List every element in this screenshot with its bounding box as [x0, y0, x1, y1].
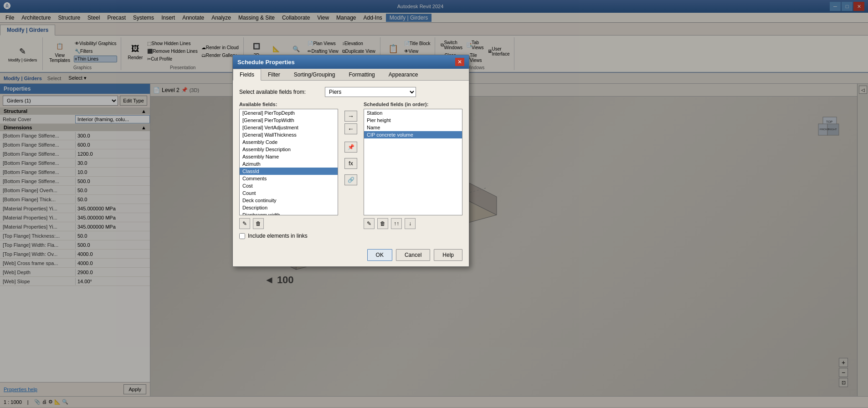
field-item-wall-thick[interactable]: [General] WallThickness — [240, 131, 338, 138]
add-field-btn[interactable]: → — [344, 111, 357, 122]
field-item-classid[interactable]: ClassId — [240, 168, 338, 175]
field-item-assembly-code[interactable]: Assembly Code — [240, 138, 338, 146]
field-item-description[interactable]: Description — [240, 204, 338, 211]
dialog-overlay: Schedule Properties ✕ Fields Filter Sort… — [0, 0, 868, 408]
scheduled-field-station[interactable]: Station — [364, 109, 462, 117]
delete-field-btn[interactable]: 🗑 — [253, 218, 264, 229]
field-item-comments[interactable]: Comments — [240, 175, 338, 182]
formula-btn[interactable]: fx — [344, 158, 357, 169]
field-item-azimuth[interactable]: Azimuth — [240, 160, 338, 168]
fields-container: Available fields: [General] PierTopDepth… — [239, 102, 462, 229]
scheduled-field-cip[interactable]: CIP concrete volume — [364, 131, 462, 138]
dialog-tab-sorting[interactable]: Sorting/Grouping — [287, 69, 342, 80]
dialog-title: Schedule Properties — [237, 59, 295, 66]
dialog-tab-appearance[interactable]: Appearance — [382, 69, 425, 80]
field-item-assembly-desc[interactable]: Assembly Description — [240, 146, 338, 153]
field-item-pier-top-depth[interactable]: [General] PierTopDepth — [240, 109, 338, 117]
dialog-tabs: Fields Filter Sorting/Grouping Formattin… — [233, 69, 469, 81]
include-elements-label: Include elements in links — [248, 233, 308, 239]
fields-transfer-btns: → ← 📌 fx 🔗 — [343, 102, 359, 229]
move-down-btn[interactable]: ↓ — [405, 218, 416, 229]
scheduled-field-pier-height[interactable]: Pier height — [364, 117, 462, 124]
edit-scheduled-btn[interactable]: ✎ — [364, 218, 375, 229]
field-item-pier-top-width[interactable]: [General] PierTopWidth — [240, 117, 338, 124]
scheduled-fields-tools: ✎ 🗑 ↑↑ ↓ — [364, 218, 462, 229]
available-fields-list[interactable]: [General] PierTopDepth [General] PierTop… — [239, 109, 338, 215]
available-fields-column: Available fields: [General] PierTopDepth… — [239, 102, 338, 229]
link-btn[interactable]: 🔗 — [344, 174, 357, 185]
scheduled-fields-label: Scheduled fields (in order): — [364, 102, 462, 107]
available-fields-tools: ✎ 🗑 — [239, 218, 338, 229]
field-item-deck-cont[interactable]: Deck continuity — [240, 197, 338, 204]
include-elements-row: Include elements in links — [239, 233, 462, 239]
field-item-cost[interactable]: Cost — [240, 182, 338, 189]
remove-field-btn[interactable]: ← — [344, 123, 357, 134]
field-item-vert-adj[interactable]: [General] VertAdjustment — [240, 124, 338, 131]
scheduled-fields-column: Scheduled fields (in order): Station Pie… — [364, 102, 462, 229]
schedule-properties-dialog: Schedule Properties ✕ Fields Filter Sort… — [232, 55, 469, 267]
dialog-body: Select available fields from: Piers Avai… — [233, 81, 469, 245]
edit-field-btn[interactable]: ✎ — [239, 218, 250, 229]
field-item-diaphragm[interactable]: Diaphragm width — [240, 211, 338, 215]
dialog-tab-formatting[interactable]: Formatting — [342, 69, 381, 80]
ok-btn[interactable]: OK — [367, 249, 392, 261]
include-elements-checkbox[interactable] — [239, 233, 245, 239]
field-item-count[interactable]: Count — [240, 189, 338, 197]
select-fields-label: Select available fields from: — [239, 89, 321, 95]
dialog-tab-filter[interactable]: Filter — [261, 69, 287, 80]
cancel-btn[interactable]: Cancel — [396, 249, 430, 261]
dialog-titlebar: Schedule Properties ✕ — [233, 55, 469, 69]
help-btn[interactable]: Help — [434, 249, 462, 261]
scheduled-field-name[interactable]: Name — [364, 124, 462, 131]
delete-scheduled-btn[interactable]: 🗑 — [377, 218, 388, 229]
new-parameter-btn[interactable]: 📌 — [344, 142, 357, 153]
dialog-footer: OK Cancel Help — [233, 245, 469, 266]
scheduled-fields-list[interactable]: Station Pier height Name CIP concrete vo… — [364, 109, 462, 215]
select-fields-row: Select available fields from: Piers — [239, 87, 462, 97]
dialog-close-btn[interactable]: ✕ — [455, 58, 464, 66]
move-up-btn[interactable]: ↑↑ — [391, 218, 402, 229]
available-fields-label: Available fields: — [239, 102, 338, 107]
dialog-tab-fields[interactable]: Fields — [233, 69, 261, 81]
fields-source-select[interactable]: Piers — [325, 87, 416, 97]
field-item-assembly-name[interactable]: Assembly Name — [240, 153, 338, 160]
